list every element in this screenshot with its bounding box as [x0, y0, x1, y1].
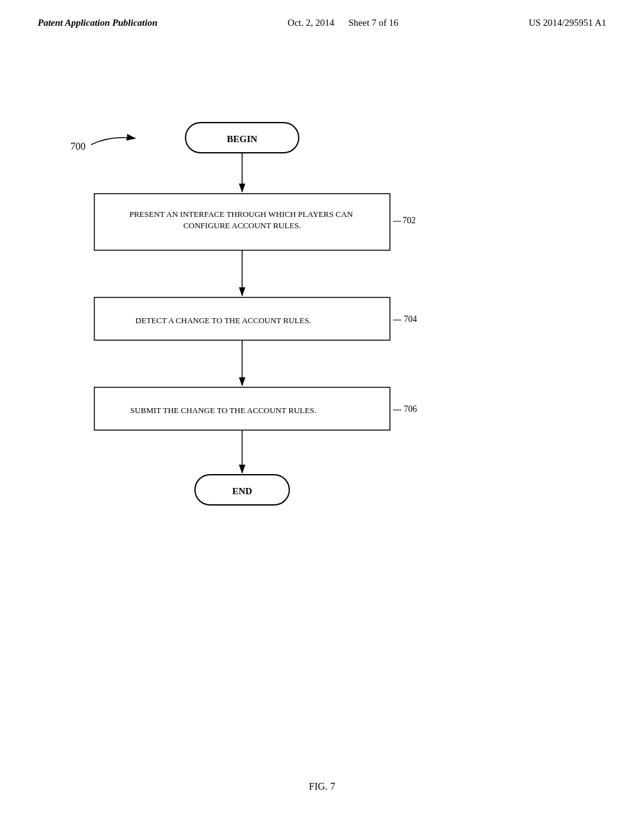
figure-label: FIG. 7	[309, 781, 335, 792]
bracket-arrow	[91, 138, 135, 145]
diagram-id-label: 700	[70, 141, 86, 152]
flowchart-svg: 700 BEGIN PRESENT AN INTERFACE THROUGH W…	[0, 82, 644, 648]
date-sheet-label: Oct. 2, 2014 Sheet 7 of 16	[287, 18, 398, 28]
patent-number-label: US 2014/295951 A1	[529, 18, 606, 28]
flowchart-diagram: 700 BEGIN PRESENT AN INTERFACE THROUGH W…	[0, 82, 644, 648]
node-706-label: SUBMIT THE CHANGE TO THE ACCOUNT RULES.	[130, 406, 316, 415]
figure-number: FIG. 7	[309, 781, 335, 792]
sheet-label: Sheet 7 of 16	[348, 18, 399, 28]
node-704-label: DETECT A CHANGE TO THE ACCOUNT RULES.	[135, 316, 311, 325]
ref-706: 706	[404, 404, 417, 414]
end-label: END	[232, 486, 252, 496]
ref-702: 702	[402, 216, 416, 225]
ref-704: 704	[404, 314, 417, 324]
publication-label: Patent Application Publication	[38, 18, 157, 28]
date-label: Oct. 2, 2014	[287, 18, 334, 28]
page-header: Patent Application Publication Oct. 2, 2…	[0, 0, 644, 28]
begin-label: BEGIN	[227, 134, 258, 144]
